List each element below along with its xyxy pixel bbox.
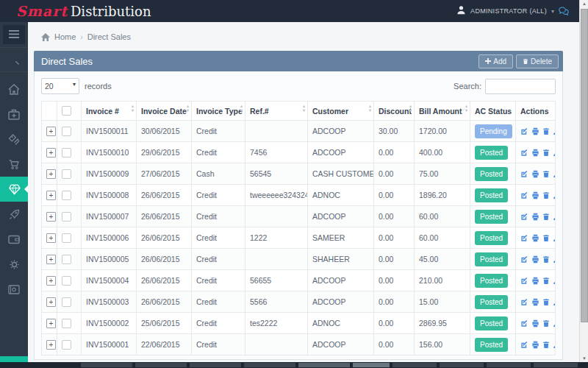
sidebar-item-inventory[interactable] (0, 102, 28, 127)
delete-icon[interactable] (542, 213, 550, 221)
row-checkbox[interactable] (62, 233, 71, 243)
user-icon[interactable] (553, 213, 556, 221)
expand-row-button[interactable]: + (46, 297, 56, 307)
user-icon[interactable] (553, 149, 556, 157)
sidebar-item-direct-sales[interactable] (0, 177, 28, 202)
print-icon[interactable] (531, 234, 539, 242)
row-checkbox[interactable] (62, 212, 71, 222)
delete-icon[interactable] (542, 298, 550, 306)
scrollbar-down-arrow-icon[interactable]: ▼ (580, 355, 588, 362)
row-checkbox[interactable] (62, 340, 71, 350)
sort-arrows-icon[interactable]: ▴▾ (465, 104, 467, 113)
user-icon[interactable] (553, 277, 556, 285)
expand-row-button[interactable]: + (46, 319, 56, 328)
print-icon[interactable] (531, 127, 539, 135)
column-header[interactable]: Invoice #▴▾ (82, 102, 137, 121)
user-icon[interactable] (553, 191, 556, 199)
sort-arrows-icon[interactable]: ▴▾ (187, 104, 189, 113)
edit-icon[interactable] (520, 255, 528, 263)
sort-arrows-icon[interactable]: ▴▾ (409, 104, 412, 113)
column-header[interactable]: Bill Amount▴▾ (415, 102, 470, 121)
sidebar-item-delivery[interactable] (0, 202, 28, 227)
print-icon[interactable] (531, 149, 539, 157)
column-header[interactable]: Ref.#▴▾ (245, 102, 308, 121)
sort-arrows-icon[interactable]: ▴▾ (303, 104, 305, 113)
delete-icon[interactable] (542, 319, 550, 328)
print-icon[interactable] (531, 298, 539, 306)
column-header[interactable]: Invoice Date▴▾ (137, 102, 192, 121)
user-icon[interactable] (553, 127, 556, 135)
print-icon[interactable] (531, 277, 539, 285)
hamburger-menu-button[interactable] (3, 25, 25, 44)
edit-icon[interactable] (520, 213, 528, 221)
expand-row-button[interactable]: + (46, 212, 56, 222)
user-icon[interactable] (553, 170, 556, 178)
breadcrumb-home-link[interactable]: Home (54, 32, 76, 41)
sidebar-item-settings[interactable] (0, 252, 28, 277)
expand-row-button[interactable]: + (46, 340, 56, 350)
add-button[interactable]: Add (478, 54, 513, 68)
sort-arrows-icon[interactable]: ▴▾ (369, 104, 371, 113)
delete-icon[interactable] (542, 234, 550, 242)
sidebar-item-purchases[interactable] (0, 152, 28, 177)
expand-row-button[interactable]: + (46, 127, 56, 136)
user-icon[interactable] (553, 319, 556, 328)
print-icon[interactable] (531, 255, 539, 263)
delete-icon[interactable] (542, 277, 550, 285)
edit-icon[interactable] (520, 341, 528, 349)
row-checkbox[interactable] (62, 276, 71, 286)
delete-button[interactable]: Delete (516, 54, 559, 68)
row-checkbox[interactable] (62, 297, 71, 307)
row-checkbox[interactable] (62, 255, 71, 264)
expand-row-button[interactable]: + (46, 148, 56, 158)
column-header[interactable]: Discount▴▾ (374, 102, 415, 121)
scrollbar-thumb[interactable] (581, 9, 588, 322)
scrollbar-up-arrow-icon[interactable]: ▲ (580, 0, 588, 7)
user-icon[interactable] (553, 298, 556, 306)
delete-icon[interactable] (542, 127, 550, 135)
delete-icon[interactable] (542, 341, 550, 349)
print-icon[interactable] (531, 341, 539, 349)
edit-icon[interactable] (520, 191, 528, 199)
records-per-page-select[interactable]: 20 (41, 78, 79, 94)
expand-row-button[interactable]: + (46, 169, 56, 179)
edit-icon[interactable] (520, 277, 528, 285)
column-header[interactable]: Customer▴▾ (308, 102, 374, 121)
sidebar-item-accounts[interactable] (0, 227, 28, 252)
expand-row-button[interactable]: + (46, 276, 56, 286)
sidebar-item-home[interactable] (0, 77, 28, 102)
delete-icon[interactable] (542, 170, 550, 178)
row-checkbox[interactable] (62, 319, 71, 328)
row-checkbox[interactable] (62, 127, 71, 136)
sort-arrows-icon[interactable]: ▴▾ (132, 104, 134, 113)
edit-icon[interactable] (520, 170, 528, 178)
sidebar-item-search[interactable] (0, 47, 28, 72)
expand-row-button[interactable]: + (46, 255, 56, 264)
user-icon[interactable] (553, 255, 556, 263)
print-icon[interactable] (531, 191, 539, 199)
delete-icon[interactable] (542, 149, 550, 157)
select-all-checkbox[interactable] (62, 106, 71, 116)
print-icon[interactable] (531, 213, 539, 221)
row-checkbox[interactable] (62, 148, 71, 158)
user-menu[interactable]: ADMINISTRATOR (ALL) (470, 7, 547, 15)
chat-icon[interactable] (559, 7, 569, 15)
column-header[interactable]: Invoice Type▴▾ (192, 102, 245, 121)
user-icon[interactable] (553, 341, 556, 349)
sidebar-item-cash[interactable] (0, 277, 28, 302)
sidebar-item-tags[interactable] (0, 127, 28, 152)
chevron-down-icon[interactable]: ▾ (551, 8, 554, 15)
delete-icon[interactable] (542, 191, 550, 199)
edit-icon[interactable] (520, 319, 528, 328)
edit-icon[interactable] (520, 127, 528, 135)
search-input[interactable] (485, 79, 556, 94)
print-icon[interactable] (531, 319, 539, 328)
print-icon[interactable] (531, 170, 539, 178)
user-icon[interactable] (553, 234, 556, 242)
edit-icon[interactable] (520, 234, 528, 242)
row-checkbox[interactable] (62, 191, 71, 200)
delete-icon[interactable] (542, 255, 550, 263)
sort-arrows-icon[interactable]: ▴▾ (240, 104, 243, 113)
row-checkbox[interactable] (62, 169, 71, 179)
vertical-scrollbar[interactable]: ▲ ▼ (579, 0, 588, 362)
